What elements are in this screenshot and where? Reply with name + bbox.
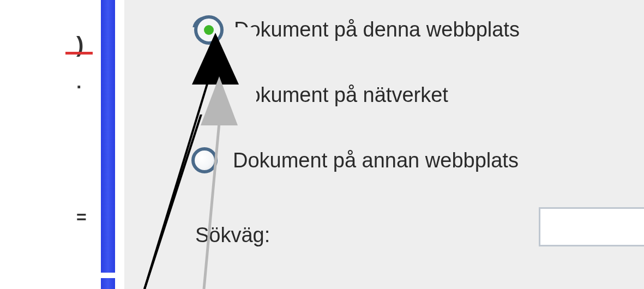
- radio-document-network[interactable]: Dokument på nätverket: [192, 82, 448, 108]
- path-label: Sökväg:: [195, 224, 270, 247]
- red-underline: [65, 52, 93, 55]
- window-left-border-gap: [101, 273, 115, 278]
- window-left-border: [101, 0, 115, 289]
- radio-document-this-site[interactable]: Dokument på denna webbplats: [192, 16, 520, 43]
- radio-label: Dokument på denna webbplats: [234, 19, 520, 40]
- radio-label: Dokument på nätverket: [234, 85, 448, 105]
- radio-icon: [191, 147, 218, 173]
- dialog-panel: Dokument på denna webbplats Dokument på …: [124, 0, 644, 289]
- left-margin-column: ) · =: [0, 0, 101, 289]
- radio-document-other-site[interactable]: Dokument på annan webbplats: [191, 147, 519, 173]
- radio-label: Dokument på annan webbplats: [233, 150, 519, 171]
- radio-dot-icon: [201, 25, 210, 34]
- radio-icon: [192, 82, 219, 108]
- margin-glyph-equals: =: [76, 207, 86, 227]
- radio-icon: [192, 16, 219, 43]
- path-input[interactable]: [539, 207, 644, 246]
- margin-glyph-dot: ·: [76, 76, 81, 98]
